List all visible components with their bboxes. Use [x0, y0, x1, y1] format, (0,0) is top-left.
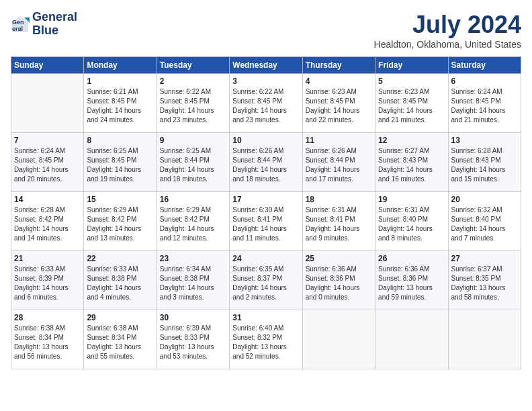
day-number: 25: [306, 254, 372, 263]
svg-text:Gen: Gen: [12, 19, 24, 26]
day-number: 15: [87, 195, 153, 204]
day-info: Sunrise: 6:31 AM Sunset: 8:40 PM Dayligh…: [378, 205, 445, 243]
calendar-cell: [11, 74, 84, 133]
day-number: 19: [378, 195, 445, 204]
calendar-cell: 22Sunrise: 6:33 AM Sunset: 8:38 PM Dayli…: [84, 251, 157, 310]
location: Healdton, Oklahoma, United States: [374, 39, 521, 50]
weekday-header-friday: Friday: [375, 57, 448, 74]
calendar-cell: 23Sunrise: 6:34 AM Sunset: 8:38 PM Dayli…: [157, 251, 229, 310]
day-number: 26: [378, 254, 445, 263]
day-info: Sunrise: 6:24 AM Sunset: 8:45 PM Dayligh…: [451, 87, 518, 125]
day-number: 18: [306, 195, 372, 204]
day-info: Sunrise: 6:37 AM Sunset: 8:35 PM Dayligh…: [451, 265, 518, 302]
day-info: Sunrise: 6:36 AM Sunset: 8:36 PM Dayligh…: [378, 265, 445, 302]
calendar-cell: 15Sunrise: 6:29 AM Sunset: 8:42 PM Dayli…: [84, 192, 157, 251]
calendar-cell: 13Sunrise: 6:28 AM Sunset: 8:43 PM Dayli…: [448, 133, 521, 192]
day-number: 28: [14, 313, 81, 322]
weekday-header-tuesday: Tuesday: [157, 57, 229, 74]
day-info: Sunrise: 6:38 AM Sunset: 8:34 PM Dayligh…: [87, 324, 153, 361]
day-number: 14: [14, 195, 81, 204]
weekday-row: SundayMondayTuesdayWednesdayThursdayFrid…: [11, 57, 521, 74]
calendar-cell: 21Sunrise: 6:33 AM Sunset: 8:39 PM Dayli…: [11, 251, 84, 310]
day-info: Sunrise: 6:21 AM Sunset: 8:45 PM Dayligh…: [87, 87, 153, 125]
day-info: Sunrise: 6:33 AM Sunset: 8:39 PM Dayligh…: [14, 265, 81, 302]
calendar-cell: 25Sunrise: 6:36 AM Sunset: 8:36 PM Dayli…: [302, 251, 375, 310]
day-number: 27: [451, 254, 518, 263]
calendar-cell: 4Sunrise: 6:23 AM Sunset: 8:45 PM Daylig…: [302, 74, 375, 133]
calendar-cell: 19Sunrise: 6:31 AM Sunset: 8:40 PM Dayli…: [375, 192, 448, 251]
calendar-cell: 9Sunrise: 6:25 AM Sunset: 8:44 PM Daylig…: [157, 133, 229, 192]
day-number: 16: [160, 195, 226, 204]
day-number: 9: [160, 136, 226, 145]
day-number: 22: [87, 254, 153, 263]
day-info: Sunrise: 6:28 AM Sunset: 8:43 PM Dayligh…: [451, 146, 518, 184]
calendar-body: 1Sunrise: 6:21 AM Sunset: 8:45 PM Daylig…: [11, 74, 521, 369]
day-info: Sunrise: 6:30 AM Sunset: 8:41 PM Dayligh…: [232, 205, 299, 243]
calendar-cell: 14Sunrise: 6:28 AM Sunset: 8:42 PM Dayli…: [11, 192, 84, 251]
day-number: 8: [87, 136, 153, 145]
calendar-cell: 27Sunrise: 6:37 AM Sunset: 8:35 PM Dayli…: [448, 251, 521, 310]
day-info: Sunrise: 6:26 AM Sunset: 8:44 PM Dayligh…: [306, 146, 372, 184]
calendar-cell: 7Sunrise: 6:24 AM Sunset: 8:45 PM Daylig…: [11, 133, 84, 192]
day-number: 6: [451, 77, 518, 86]
weekday-header-thursday: Thursday: [302, 57, 375, 74]
calendar-cell: 5Sunrise: 6:23 AM Sunset: 8:45 PM Daylig…: [375, 74, 448, 133]
calendar-cell: 26Sunrise: 6:36 AM Sunset: 8:36 PM Dayli…: [375, 251, 448, 310]
calendar-week-4: 21Sunrise: 6:33 AM Sunset: 8:39 PM Dayli…: [11, 251, 521, 310]
day-number: 1: [87, 77, 153, 86]
calendar-week-2: 7Sunrise: 6:24 AM Sunset: 8:45 PM Daylig…: [11, 133, 521, 192]
calendar-cell: [448, 310, 521, 369]
calendar-cell: [302, 310, 375, 369]
day-info: Sunrise: 6:39 AM Sunset: 8:33 PM Dayligh…: [160, 324, 226, 361]
day-info: Sunrise: 6:36 AM Sunset: 8:36 PM Dayligh…: [306, 265, 372, 302]
calendar-cell: 6Sunrise: 6:24 AM Sunset: 8:45 PM Daylig…: [448, 74, 521, 133]
day-number: 12: [378, 136, 445, 145]
day-info: Sunrise: 6:22 AM Sunset: 8:45 PM Dayligh…: [160, 87, 226, 125]
day-number: 23: [160, 254, 226, 263]
calendar-cell: 3Sunrise: 6:22 AM Sunset: 8:45 PM Daylig…: [230, 74, 302, 133]
weekday-header-saturday: Saturday: [448, 57, 521, 74]
calendar-cell: 16Sunrise: 6:29 AM Sunset: 8:42 PM Dayli…: [157, 192, 229, 251]
calendar-cell: 20Sunrise: 6:32 AM Sunset: 8:40 PM Dayli…: [448, 192, 521, 251]
day-info: Sunrise: 6:38 AM Sunset: 8:34 PM Dayligh…: [14, 324, 81, 361]
day-number: 4: [306, 77, 372, 86]
day-info: Sunrise: 6:25 AM Sunset: 8:45 PM Dayligh…: [87, 146, 153, 184]
calendar-cell: 30Sunrise: 6:39 AM Sunset: 8:33 PM Dayli…: [157, 310, 229, 369]
logo-line2: Blue: [32, 24, 77, 38]
day-info: Sunrise: 6:34 AM Sunset: 8:38 PM Dayligh…: [160, 265, 226, 302]
day-info: Sunrise: 6:40 AM Sunset: 8:32 PM Dayligh…: [232, 324, 299, 361]
day-number: 21: [14, 254, 81, 263]
calendar-table: SundayMondayTuesdayWednesdayThursdayFrid…: [11, 56, 521, 369]
day-info: Sunrise: 6:25 AM Sunset: 8:44 PM Dayligh…: [160, 146, 226, 184]
calendar-week-3: 14Sunrise: 6:28 AM Sunset: 8:42 PM Dayli…: [11, 192, 521, 251]
day-info: Sunrise: 6:35 AM Sunset: 8:37 PM Dayligh…: [232, 265, 299, 302]
calendar-cell: 11Sunrise: 6:26 AM Sunset: 8:44 PM Dayli…: [302, 133, 375, 192]
calendar-week-1: 1Sunrise: 6:21 AM Sunset: 8:45 PM Daylig…: [11, 74, 521, 133]
day-number: 7: [14, 136, 81, 145]
calendar-cell: 29Sunrise: 6:38 AM Sunset: 8:34 PM Dayli…: [84, 310, 157, 369]
day-number: 30: [160, 313, 226, 322]
day-info: Sunrise: 6:29 AM Sunset: 8:42 PM Dayligh…: [87, 205, 153, 243]
day-number: 5: [378, 77, 445, 86]
day-number: 24: [232, 254, 299, 263]
day-number: 31: [232, 313, 299, 322]
day-info: Sunrise: 6:33 AM Sunset: 8:38 PM Dayligh…: [87, 265, 153, 302]
calendar-cell: 31Sunrise: 6:40 AM Sunset: 8:32 PM Dayli…: [230, 310, 302, 369]
calendar-cell: [375, 310, 448, 369]
weekday-header-sunday: Sunday: [11, 57, 84, 74]
day-number: 29: [87, 313, 153, 322]
day-info: Sunrise: 6:32 AM Sunset: 8:40 PM Dayligh…: [451, 205, 518, 243]
calendar-cell: 10Sunrise: 6:26 AM Sunset: 8:44 PM Dayli…: [230, 133, 302, 192]
day-info: Sunrise: 6:27 AM Sunset: 8:43 PM Dayligh…: [378, 146, 445, 184]
day-info: Sunrise: 6:28 AM Sunset: 8:42 PM Dayligh…: [14, 205, 81, 243]
day-number: 2: [160, 77, 226, 86]
day-number: 17: [232, 195, 299, 204]
day-info: Sunrise: 6:24 AM Sunset: 8:45 PM Dayligh…: [14, 146, 81, 184]
month-title: July 2024: [374, 11, 521, 39]
day-info: Sunrise: 6:29 AM Sunset: 8:42 PM Dayligh…: [160, 205, 226, 243]
logo-line1: General: [32, 11, 77, 24]
weekday-header-monday: Monday: [84, 57, 157, 74]
day-info: Sunrise: 6:26 AM Sunset: 8:44 PM Dayligh…: [232, 146, 299, 184]
logo: Gen eral General Blue: [11, 11, 77, 38]
calendar-cell: 12Sunrise: 6:27 AM Sunset: 8:43 PM Dayli…: [375, 133, 448, 192]
